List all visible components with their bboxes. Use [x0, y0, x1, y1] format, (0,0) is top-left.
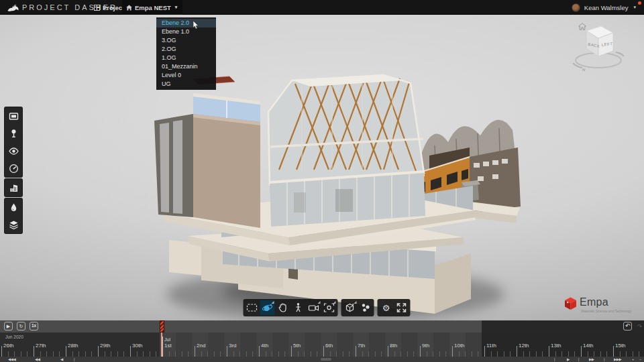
- tick-10th: [452, 346, 453, 357]
- level-option-01_mezzanin[interactable]: 01_Mezzanin: [156, 62, 216, 71]
- zoom-out[interactable]: −: [639, 357, 641, 362]
- minor-tick: [529, 351, 530, 357]
- minor-tick: [394, 351, 395, 357]
- minor-tick: [606, 351, 607, 357]
- minor-tick: [465, 351, 466, 357]
- tick-27th: [34, 346, 34, 357]
- tick-15th: [613, 346, 614, 357]
- sensor-dots-button[interactable]: [358, 300, 373, 315]
- tick-29th: [98, 346, 99, 357]
- loop-button[interactable]: ↻: [17, 322, 25, 330]
- speed-button[interactable]: 1x: [30, 322, 38, 330]
- redo-button[interactable]: ↷: [635, 322, 644, 330]
- play-button[interactable]: ▶: [4, 322, 13, 330]
- compass-north-label: N: [582, 68, 586, 72]
- layers-button[interactable]: [5, 216, 22, 233]
- divider-right-3: |: [604, 357, 604, 362]
- minor-tick: [439, 351, 440, 357]
- model-analyze-button[interactable]: [343, 300, 358, 315]
- gauge-button[interactable]: [5, 160, 22, 177]
- skip-fwd-fast[interactable]: ▶▶▶: [614, 357, 621, 362]
- level-option-ebene-1-0[interactable]: Ebene 1.0: [156, 27, 216, 36]
- minor-tick: [555, 351, 556, 357]
- minor-tick: [53, 351, 54, 357]
- minor-tick: [600, 351, 601, 357]
- level-option-level-0[interactable]: Level 0: [156, 71, 216, 80]
- skip-back[interactable]: ◀: [60, 357, 63, 362]
- skip-back-fast[interactable]: ◀◀◀: [8, 357, 15, 362]
- marquee-select-icon: [246, 302, 258, 314]
- skip-fwd-med[interactable]: ▶▶: [589, 357, 594, 362]
- dashboard-card-icon: [9, 111, 19, 121]
- minor-tick: [588, 351, 588, 357]
- minor-tick: [381, 351, 382, 357]
- minor-tick: [343, 351, 343, 357]
- timeline-band[interactable]: Jun 2020 26th27th28th29th30th1stJul2nd3r…: [0, 333, 644, 357]
- minor-tick: [478, 351, 478, 357]
- visibility-button[interactable]: [5, 142, 22, 160]
- minor-tick: [233, 351, 234, 357]
- tick-9th: [420, 346, 421, 357]
- sidebar-group-1: [5, 107, 22, 177]
- fullscreen-button[interactable]: [394, 300, 409, 315]
- playhead-line: [161, 333, 162, 357]
- minor-tick: [568, 351, 569, 357]
- minor-tick: [400, 351, 401, 357]
- view-cube[interactable]: N BACK LEFT: [565, 19, 635, 80]
- marquee-select-button[interactable]: [245, 300, 260, 315]
- mini-scrub-handle[interactable]: [321, 358, 331, 361]
- orbit-button[interactable]: [260, 300, 275, 315]
- menu-model[interactable]: Empa NEST ▾: [122, 0, 182, 15]
- flyout-indicator: [333, 301, 336, 304]
- minor-tick: [375, 351, 376, 357]
- camera-capture-button[interactable]: [322, 300, 337, 315]
- minor-tick: [214, 351, 215, 357]
- minor-tick: [169, 351, 170, 357]
- zoom-in[interactable]: +: [632, 357, 634, 362]
- scrub-bar[interactable]: ▶ ↻ 1x ↶ ↷: [0, 320, 644, 333]
- timeline-mini-bar[interactable]: ◀◀◀◀◀◀||▶|▶▶|▶▶▶+−: [0, 357, 644, 362]
- viewport-3d[interactable]: Ebene 2.0Ebene 1.03.OG2.OG1.OG01_Mezzani…: [0, 15, 644, 320]
- level-option-ebene-2-0[interactable]: Ebene 2.0: [156, 19, 216, 27]
- dashboard-card-button[interactable]: [5, 107, 22, 125]
- tick-26th: [1, 346, 2, 357]
- minor-tick: [143, 351, 144, 357]
- playhead-handle[interactable]: [160, 320, 164, 333]
- cursor-pointer-icon: [193, 21, 199, 29]
- water-button[interactable]: [5, 198, 22, 216]
- building-chart-button[interactable]: [5, 179, 22, 196]
- walk-button[interactable]: [291, 300, 306, 315]
- navigation-toolbar: ⚙: [244, 299, 411, 316]
- day-label-12th: 12th: [519, 343, 529, 349]
- level-option-1-og[interactable]: 1.OG: [156, 54, 216, 62]
- toolbar-group-settings: ⚙: [378, 299, 411, 316]
- skip-fwd[interactable]: ▶: [567, 357, 570, 362]
- sensor-dots-icon: [360, 302, 372, 314]
- tick-12th: [517, 346, 517, 357]
- minor-tick: [105, 351, 105, 357]
- level-option-ug[interactable]: UG: [156, 80, 216, 88]
- minor-tick: [266, 351, 266, 357]
- minor-tick: [40, 351, 41, 357]
- scrub-range: [0, 320, 482, 333]
- empa-tagline: Materials Science and Technology: [581, 309, 637, 313]
- level-option-2-og[interactable]: 2.OG: [156, 45, 216, 54]
- minor-tick: [284, 351, 285, 357]
- level-option-3-og[interactable]: 3.OG: [156, 36, 216, 45]
- camera-button[interactable]: [307, 300, 321, 315]
- sensor-pin-button[interactable]: [5, 125, 22, 142]
- minor-tick: [626, 351, 627, 357]
- minor-tick: [175, 351, 176, 357]
- minor-tick: [156, 351, 156, 357]
- pan-button[interactable]: [276, 300, 290, 315]
- minor-tick: [278, 351, 279, 357]
- tick-4th: [259, 346, 260, 357]
- day-label-2nd: 2nd: [197, 343, 205, 349]
- day-label-28th: 28th: [68, 343, 78, 349]
- user-menu[interactable]: Kean Walmsley ▾: [572, 0, 636, 15]
- settings-button[interactable]: ⚙: [379, 300, 394, 315]
- tick-2nd: [195, 346, 195, 357]
- minor-tick: [433, 351, 433, 357]
- skip-back-med[interactable]: ◀◀: [35, 357, 40, 362]
- undo-button[interactable]: ↶: [623, 322, 632, 330]
